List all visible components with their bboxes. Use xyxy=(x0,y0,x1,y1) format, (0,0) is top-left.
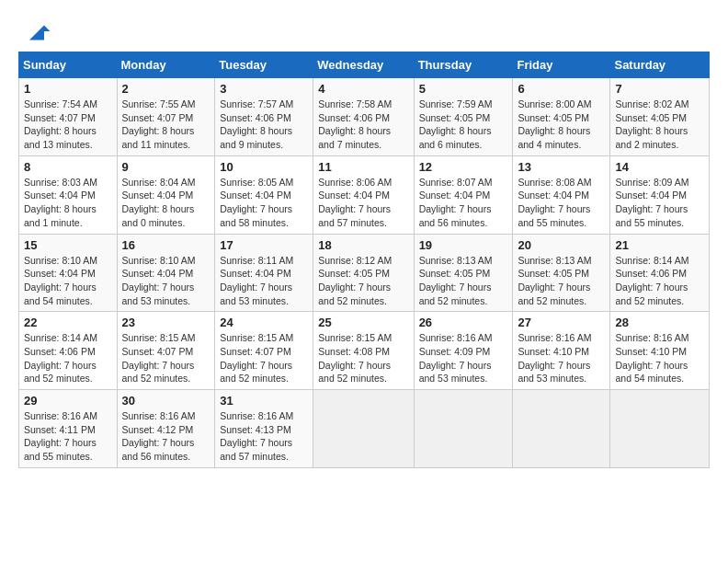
calendar-cell: 24 Sunrise: 8:15 AM Sunset: 4:07 PM Dayl… xyxy=(215,312,313,390)
calendar-cell: 29 Sunrise: 8:16 AM Sunset: 4:11 PM Dayl… xyxy=(19,390,118,468)
day-number: 18 xyxy=(318,238,408,252)
calendar-cell: 8 Sunrise: 8:03 AM Sunset: 4:04 PM Dayli… xyxy=(19,155,118,234)
day-number: 17 xyxy=(220,238,308,252)
cell-content: Sunrise: 8:16 AM Sunset: 4:12 PM Dayligh… xyxy=(122,409,210,464)
calendar-week: 29 Sunrise: 8:16 AM Sunset: 4:11 PM Dayl… xyxy=(19,390,710,468)
day-number: 15 xyxy=(24,238,112,252)
calendar-cell: 4 Sunrise: 7:58 AM Sunset: 4:06 PM Dayli… xyxy=(313,78,414,156)
calendar-cell: 11 Sunrise: 8:06 AM Sunset: 4:04 PM Dayl… xyxy=(313,155,414,234)
day-number: 29 xyxy=(24,394,112,408)
calendar-week: 8 Sunrise: 8:03 AM Sunset: 4:04 PM Dayli… xyxy=(19,155,710,234)
cell-content: Sunrise: 8:15 AM Sunset: 4:07 PM Dayligh… xyxy=(220,331,308,385)
day-number: 25 xyxy=(318,316,408,329)
calendar-cell: 31 Sunrise: 8:16 AM Sunset: 4:13 PM Dayl… xyxy=(215,390,313,468)
weekday-header: Wednesday xyxy=(313,52,414,78)
day-number: 21 xyxy=(615,238,704,252)
weekday-header: Saturday xyxy=(610,52,710,78)
calendar-cell: 14 Sunrise: 8:09 AM Sunset: 4:04 PM Dayl… xyxy=(610,155,710,234)
cell-content: Sunrise: 8:13 AM Sunset: 4:05 PM Dayligh… xyxy=(518,254,605,308)
calendar-cell: 16 Sunrise: 8:10 AM Sunset: 4:04 PM Dayl… xyxy=(117,234,215,312)
weekday-header: Monday xyxy=(117,52,215,78)
header xyxy=(18,17,710,42)
weekday-header: Friday xyxy=(513,52,610,78)
day-number: 28 xyxy=(615,316,704,329)
day-number: 31 xyxy=(220,394,308,408)
calendar-cell: 18 Sunrise: 8:12 AM Sunset: 4:05 PM Dayl… xyxy=(313,234,414,312)
calendar-cell: 13 Sunrise: 8:08 AM Sunset: 4:04 PM Dayl… xyxy=(513,155,610,234)
day-number: 4 xyxy=(318,82,408,96)
day-number: 24 xyxy=(220,316,308,329)
cell-content: Sunrise: 8:07 AM Sunset: 4:04 PM Dayligh… xyxy=(419,176,508,230)
weekday-header: Sunday xyxy=(19,52,118,78)
day-number: 8 xyxy=(24,160,112,174)
calendar-cell: 7 Sunrise: 8:02 AM Sunset: 4:05 PM Dayli… xyxy=(610,78,710,156)
day-number: 10 xyxy=(220,160,308,174)
calendar-cell: 22 Sunrise: 8:14 AM Sunset: 4:06 PM Dayl… xyxy=(19,312,118,390)
logo-icon xyxy=(22,17,51,46)
day-number: 19 xyxy=(419,238,508,252)
calendar-cell: 5 Sunrise: 7:59 AM Sunset: 4:05 PM Dayli… xyxy=(414,78,513,156)
cell-content: Sunrise: 8:16 AM Sunset: 4:10 PM Dayligh… xyxy=(615,331,704,385)
day-number: 5 xyxy=(419,82,508,96)
calendar-cell: 19 Sunrise: 8:13 AM Sunset: 4:05 PM Dayl… xyxy=(414,234,513,312)
cell-content: Sunrise: 8:16 AM Sunset: 4:10 PM Dayligh… xyxy=(518,331,605,385)
cell-content: Sunrise: 7:54 AM Sunset: 4:07 PM Dayligh… xyxy=(24,98,112,152)
cell-content: Sunrise: 8:03 AM Sunset: 4:04 PM Dayligh… xyxy=(24,176,112,230)
header-row: SundayMondayTuesdayWednesdayThursdayFrid… xyxy=(19,52,710,78)
calendar-cell: 10 Sunrise: 8:05 AM Sunset: 4:04 PM Dayl… xyxy=(215,155,313,234)
cell-content: Sunrise: 8:13 AM Sunset: 4:05 PM Dayligh… xyxy=(419,254,508,308)
cell-content: Sunrise: 7:55 AM Sunset: 4:07 PM Dayligh… xyxy=(122,98,210,152)
calendar-cell xyxy=(610,390,710,468)
cell-content: Sunrise: 8:04 AM Sunset: 4:04 PM Dayligh… xyxy=(122,176,210,230)
calendar-cell xyxy=(313,390,414,468)
svg-marker-0 xyxy=(29,26,50,40)
cell-content: Sunrise: 8:06 AM Sunset: 4:04 PM Dayligh… xyxy=(318,176,408,230)
cell-content: Sunrise: 8:16 AM Sunset: 4:11 PM Dayligh… xyxy=(24,409,112,464)
day-number: 16 xyxy=(122,238,210,252)
day-number: 14 xyxy=(615,160,704,174)
day-number: 11 xyxy=(318,160,408,174)
day-number: 7 xyxy=(615,82,704,96)
day-number: 26 xyxy=(419,316,508,329)
day-number: 9 xyxy=(122,160,210,174)
logo xyxy=(18,17,51,42)
day-number: 20 xyxy=(518,238,605,252)
day-number: 6 xyxy=(518,82,605,96)
day-number: 1 xyxy=(24,82,112,96)
cell-content: Sunrise: 8:15 AM Sunset: 4:08 PM Dayligh… xyxy=(318,331,408,385)
calendar-cell: 9 Sunrise: 8:04 AM Sunset: 4:04 PM Dayli… xyxy=(117,155,215,234)
calendar-cell: 3 Sunrise: 7:57 AM Sunset: 4:06 PM Dayli… xyxy=(215,78,313,156)
cell-content: Sunrise: 8:16 AM Sunset: 4:09 PM Dayligh… xyxy=(419,331,508,385)
calendar-cell: 23 Sunrise: 8:15 AM Sunset: 4:07 PM Dayl… xyxy=(117,312,215,390)
cell-content: Sunrise: 8:00 AM Sunset: 4:05 PM Dayligh… xyxy=(518,98,605,152)
calendar-week: 22 Sunrise: 8:14 AM Sunset: 4:06 PM Dayl… xyxy=(19,312,710,390)
cell-content: Sunrise: 8:14 AM Sunset: 4:06 PM Dayligh… xyxy=(615,254,704,308)
cell-content: Sunrise: 8:10 AM Sunset: 4:04 PM Dayligh… xyxy=(122,254,210,308)
calendar-cell: 21 Sunrise: 8:14 AM Sunset: 4:06 PM Dayl… xyxy=(610,234,710,312)
calendar-cell: 12 Sunrise: 8:07 AM Sunset: 4:04 PM Dayl… xyxy=(414,155,513,234)
cell-content: Sunrise: 7:57 AM Sunset: 4:06 PM Dayligh… xyxy=(220,98,308,152)
weekday-header: Tuesday xyxy=(215,52,313,78)
cell-content: Sunrise: 8:08 AM Sunset: 4:04 PM Dayligh… xyxy=(518,176,605,230)
calendar-cell: 27 Sunrise: 8:16 AM Sunset: 4:10 PM Dayl… xyxy=(513,312,610,390)
calendar-cell: 15 Sunrise: 8:10 AM Sunset: 4:04 PM Dayl… xyxy=(19,234,118,312)
day-number: 13 xyxy=(518,160,605,174)
cell-content: Sunrise: 8:16 AM Sunset: 4:13 PM Dayligh… xyxy=(220,409,308,464)
day-number: 3 xyxy=(220,82,308,96)
calendar-cell: 6 Sunrise: 8:00 AM Sunset: 4:05 PM Dayli… xyxy=(513,78,610,156)
cell-content: Sunrise: 8:11 AM Sunset: 4:04 PM Dayligh… xyxy=(220,254,308,308)
calendar-week: 15 Sunrise: 8:10 AM Sunset: 4:04 PM Dayl… xyxy=(19,234,710,312)
calendar-cell xyxy=(414,390,513,468)
day-number: 27 xyxy=(518,316,605,329)
day-number: 23 xyxy=(122,316,210,329)
cell-content: Sunrise: 8:14 AM Sunset: 4:06 PM Dayligh… xyxy=(24,331,112,385)
day-number: 22 xyxy=(24,316,112,329)
cell-content: Sunrise: 8:02 AM Sunset: 4:05 PM Dayligh… xyxy=(615,98,704,152)
day-number: 2 xyxy=(122,82,210,96)
calendar-cell: 1 Sunrise: 7:54 AM Sunset: 4:07 PM Dayli… xyxy=(19,78,118,156)
calendar-cell: 26 Sunrise: 8:16 AM Sunset: 4:09 PM Dayl… xyxy=(414,312,513,390)
cell-content: Sunrise: 7:58 AM Sunset: 4:06 PM Dayligh… xyxy=(318,98,408,152)
day-number: 12 xyxy=(419,160,508,174)
calendar-cell: 28 Sunrise: 8:16 AM Sunset: 4:10 PM Dayl… xyxy=(610,312,710,390)
calendar-cell: 2 Sunrise: 7:55 AM Sunset: 4:07 PM Dayli… xyxy=(117,78,215,156)
